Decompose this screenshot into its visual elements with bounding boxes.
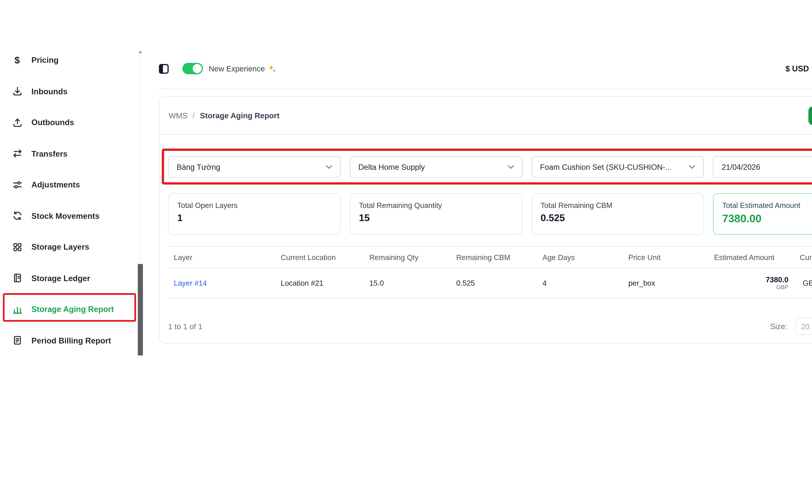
- col-header-age-days: Age Days: [537, 247, 623, 268]
- cell-price-unit: per_box: [623, 268, 708, 299]
- sku-select[interactable]: Foam Cushion Set (SKU-CUSHION-...: [531, 156, 704, 178]
- cell-age-days: 4: [537, 268, 623, 299]
- card-label: Total Remaining Quantity: [359, 201, 513, 210]
- chevron-down-icon: [689, 165, 695, 169]
- cell-remaining-qty: 15.0: [363, 268, 451, 299]
- total-open-layers-card: Total Open Layers 1: [168, 193, 340, 235]
- estimated-amount-currency: GBP: [714, 284, 788, 291]
- breadcrumb: WMS / Storage Aging Report: [169, 111, 279, 120]
- cell-remaining-cbm: 0.525: [451, 268, 537, 299]
- transfer-icon: [11, 148, 23, 159]
- card-value: 7380.00: [722, 213, 812, 225]
- bar-chart-icon: [11, 304, 23, 315]
- new-experience-label: New Experience: [209, 64, 265, 73]
- main-content-card: WMS / Storage Aging Report Export CSV Bà…: [159, 96, 812, 343]
- col-header-remaining-qty: Remaining Qty: [363, 247, 451, 268]
- sidebar-item-label: Period Billing Report: [31, 336, 111, 345]
- card-label: Total Remaining CBM: [541, 201, 695, 210]
- col-header-currency: Currency: [794, 247, 812, 268]
- breadcrumb-row: WMS / Storage Aging Report Export CSV: [159, 97, 812, 135]
- sidebar-item-inbounds[interactable]: Inbounds: [0, 76, 137, 107]
- new-experience-toggle[interactable]: [182, 63, 203, 74]
- table-row: Layer #14 Location #21 15.0 0.525 4 per_…: [168, 268, 812, 299]
- pagination-range-text: 1 to 1 of 1: [168, 322, 202, 331]
- sidebar-item-label: Transfers: [31, 149, 68, 158]
- download-icon: [11, 86, 23, 97]
- export-csv-button[interactable]: Export CSV: [808, 106, 812, 125]
- ledger-icon: [11, 272, 23, 284]
- breadcrumb-separator: /: [193, 111, 195, 120]
- sidebar-item-period-billing-report[interactable]: Period Billing Report: [0, 325, 137, 356]
- dollar-icon: $: [11, 54, 23, 66]
- refresh-icon: [11, 210, 23, 222]
- page-title: Storage Aging Report: [200, 111, 279, 120]
- cell-estimated-amount: 7380.0 GBP: [708, 268, 794, 299]
- total-estimated-amount-card: Total Estimated Amount 7380.00: [713, 193, 812, 235]
- upload-icon: [11, 117, 23, 128]
- chevron-down-icon: [326, 165, 332, 169]
- layer-link[interactable]: Layer #14: [168, 268, 275, 299]
- date-picker-value: 21/04/2026: [722, 163, 760, 171]
- app-window: $ Pricing Inbounds Outbounds Transfers: [0, 0, 812, 504]
- warehouse-select[interactable]: Bàng Tường: [168, 156, 340, 178]
- col-header-layer: Layer: [168, 247, 275, 268]
- filters-row: Bàng Tường Delta Home Supply Foam Cushio…: [168, 156, 812, 178]
- grid-icon: [11, 241, 23, 253]
- sidebar-item-label: Storage Layers: [31, 243, 89, 252]
- card-value: 15: [359, 213, 513, 224]
- sliders-icon: [11, 179, 23, 190]
- chevron-down-icon: [507, 165, 514, 169]
- sku-select-value: Foam Cushion Set (SKU-CUSHION-...: [540, 163, 672, 171]
- col-header-estimated-amount: Estimated Amount: [708, 247, 794, 268]
- page-size-value: 20: [801, 322, 809, 331]
- sidebar-item-storage-layers[interactable]: Storage Layers: [0, 231, 137, 263]
- scrollbar-up-arrow[interactable]: ▲: [137, 48, 144, 56]
- sidebar: $ Pricing Inbounds Outbounds Transfers: [0, 45, 137, 356]
- sidebar-item-outbounds[interactable]: Outbounds: [0, 107, 137, 138]
- sidebar-item-label: Inbounds: [31, 87, 68, 96]
- customer-select-value: Delta Home Supply: [358, 163, 425, 171]
- report-table: Layer Current Location Remaining Qty Rem…: [168, 246, 812, 299]
- estimated-amount-value: 7380.0: [714, 275, 788, 284]
- sidebar-item-stock-movements[interactable]: Stock Movements: [0, 200, 137, 231]
- card-value: 1: [177, 213, 331, 224]
- summary-cards-row: Total Open Layers 1 Total Remaining Quan…: [168, 193, 812, 235]
- topbar-divider: [159, 89, 812, 89]
- total-remaining-cbm-card: Total Remaining CBM 0.525: [531, 193, 704, 235]
- sidebar-item-storage-ledger[interactable]: Storage Ledger: [0, 263, 137, 294]
- sidebar-item-label: Storage Ledger: [31, 274, 90, 283]
- pagination-bar: 1 to 1 of 1 Size: 20 ‹ 1 ›: [168, 318, 812, 335]
- pagination-controls: Size: 20 ‹ 1 ›: [770, 318, 812, 335]
- card-value: 0.525: [541, 213, 695, 224]
- billing-icon: [11, 335, 23, 346]
- sidebar-item-label: Pricing: [31, 56, 59, 65]
- sidebar-scrollbar-thumb[interactable]: [138, 264, 143, 355]
- col-header-current-location: Current Location: [275, 247, 363, 268]
- sparkle-icon: [268, 65, 276, 73]
- sidebar-item-label: Stock Movements: [31, 211, 100, 220]
- col-header-remaining-cbm: Remaining CBM: [451, 247, 537, 268]
- page-size-select[interactable]: 20: [795, 318, 812, 335]
- currency-selector[interactable]: $ USD: [785, 64, 809, 73]
- sidebar-item-label: Outbounds: [31, 118, 74, 127]
- page-size-label: Size:: [770, 322, 787, 331]
- sidebar-item-label: Adjustments: [31, 180, 80, 189]
- warehouse-select-value: Bàng Tường: [177, 163, 220, 171]
- card-label: Total Estimated Amount: [722, 201, 812, 210]
- date-picker[interactable]: 21/04/2026: [713, 156, 812, 178]
- card-label: Total Open Layers: [177, 201, 331, 210]
- sidebar-collapse-icon[interactable]: [159, 64, 169, 74]
- sidebar-item-storage-aging-report[interactable]: Storage Aging Report: [0, 294, 137, 325]
- customer-select[interactable]: Delta Home Supply: [350, 156, 522, 178]
- sidebar-item-label: Storage Aging Report: [31, 305, 114, 314]
- sidebar-item-pricing[interactable]: $ Pricing: [0, 45, 137, 76]
- col-header-price-unit: Price Unit: [623, 247, 708, 268]
- cell-current-location: Location #21: [275, 268, 363, 299]
- topbar-right: $ USD SA: [785, 60, 812, 77]
- cell-currency: GBP: [794, 268, 812, 299]
- sidebar-item-transfers[interactable]: Transfers: [0, 138, 137, 169]
- breadcrumb-root[interactable]: WMS: [169, 111, 187, 120]
- sidebar-item-adjustments[interactable]: Adjustments: [0, 169, 137, 200]
- total-remaining-quantity-card: Total Remaining Quantity 15: [350, 193, 522, 235]
- topbar: New Experience $ USD SA: [159, 56, 812, 81]
